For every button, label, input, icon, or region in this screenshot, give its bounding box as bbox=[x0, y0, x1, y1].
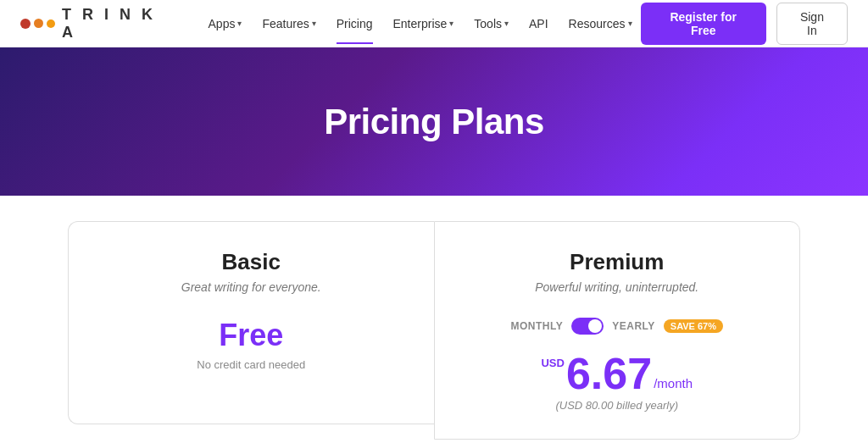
billing-toggle: MONTHLY YEARLY SAVE 67% bbox=[469, 318, 766, 335]
toggle-thumb bbox=[588, 319, 602, 333]
logo-dot-yellow bbox=[47, 19, 55, 28]
logo-dot-red bbox=[20, 19, 31, 29]
billed-yearly-note: (USD 80.00 billed yearly) bbox=[469, 399, 766, 412]
billing-toggle-switch[interactable] bbox=[571, 318, 604, 335]
main-nav: Apps ▾ Features ▾ Pricing Enterprise ▾ T… bbox=[200, 12, 641, 36]
premium-plan-subtitle: Powerful writing, uninterrupted. bbox=[469, 280, 766, 294]
price-currency: USD bbox=[541, 357, 564, 369]
register-button[interactable]: Register for Free bbox=[641, 3, 766, 45]
pricing-section: Basic Great writing for everyone. Free N… bbox=[0, 196, 868, 443]
features-chevron-icon: ▾ bbox=[312, 19, 316, 28]
premium-price-row: USD 6.67 /month bbox=[469, 352, 766, 396]
nav-item-enterprise[interactable]: Enterprise ▾ bbox=[385, 12, 463, 36]
nav-item-resources[interactable]: Resources ▾ bbox=[560, 12, 641, 36]
tools-chevron-icon: ▾ bbox=[504, 19, 509, 28]
basic-plan-note: No credit card needed bbox=[103, 358, 400, 371]
billing-yearly-label: YEARLY bbox=[612, 320, 655, 332]
logo-dot-orange bbox=[34, 19, 43, 28]
header: T R I N K A Apps ▾ Features ▾ Pricing En… bbox=[0, 0, 868, 47]
hero-title: Pricing Plans bbox=[324, 102, 544, 142]
enterprise-chevron-icon: ▾ bbox=[449, 19, 453, 28]
header-actions: Register for Free Sign In bbox=[641, 3, 849, 45]
billing-monthly-label: MONTHLY bbox=[510, 320, 563, 332]
basic-plan-card: Basic Great writing for everyone. Free N… bbox=[68, 221, 434, 424]
basic-plan-price: Free bbox=[103, 318, 400, 353]
premium-plan-card: Premium Powerful writing, uninterrupted.… bbox=[434, 221, 801, 440]
nav-item-api[interactable]: API bbox=[520, 12, 557, 36]
signin-button[interactable]: Sign In bbox=[776, 3, 848, 45]
nav-item-features[interactable]: Features ▾ bbox=[253, 12, 324, 36]
nav-item-pricing[interactable]: Pricing bbox=[328, 12, 381, 36]
logo[interactable]: T R I N K A bbox=[20, 6, 175, 42]
premium-plan-title: Premium bbox=[469, 249, 766, 275]
apps-chevron-icon: ▾ bbox=[237, 19, 242, 28]
basic-plan-title: Basic bbox=[103, 249, 400, 275]
nav-item-apps[interactable]: Apps ▾ bbox=[200, 12, 251, 36]
resources-chevron-icon: ▾ bbox=[628, 19, 632, 28]
save-badge: SAVE 67% bbox=[664, 319, 723, 333]
logo-text: T R I N K A bbox=[62, 6, 175, 42]
price-amount: 6.67 bbox=[566, 352, 652, 396]
nav-item-tools[interactable]: Tools ▾ bbox=[465, 12, 517, 36]
logo-dots bbox=[20, 19, 55, 29]
price-period: /month bbox=[654, 376, 693, 390]
hero-banner: Pricing Plans bbox=[0, 47, 868, 196]
basic-plan-subtitle: Great writing for everyone. bbox=[103, 280, 400, 294]
